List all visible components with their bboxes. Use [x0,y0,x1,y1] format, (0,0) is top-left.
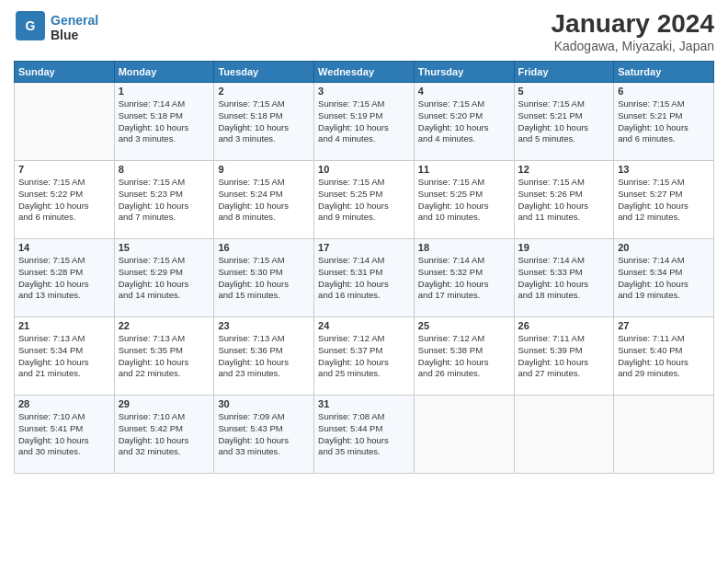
logo-blue: Blue [51,28,98,42]
calendar-cell [614,396,714,474]
location: Kadogawa, Miyazaki, Japan [552,39,714,53]
day-number: 3 [318,86,410,97]
day-number: 25 [418,320,510,331]
day-number: 5 [518,86,610,97]
day-number: 8 [119,164,210,175]
day-number: 13 [618,164,710,175]
day-number: 11 [418,164,510,175]
day-number: 1 [119,86,210,97]
day-number: 7 [18,164,110,175]
calendar-cell: 20Sunrise: 7:14 AMSunset: 5:34 PMDayligh… [614,239,714,317]
day-header-thursday: Thursday [414,62,514,83]
logo: G General Blue [14,9,98,46]
day-info: Sunrise: 7:15 AMSunset: 5:19 PMDaylight:… [318,98,410,145]
calendar-cell: 6Sunrise: 7:15 AMSunset: 5:21 PMDaylight… [614,83,714,161]
calendar-cell [414,396,514,474]
day-number: 15 [119,242,210,253]
day-header-tuesday: Tuesday [214,62,314,83]
day-number: 22 [119,320,210,331]
day-info: Sunrise: 7:15 AMSunset: 5:22 PMDaylight:… [18,177,110,224]
day-header-saturday: Saturday [614,62,714,83]
calendar-cell: 5Sunrise: 7:15 AMSunset: 5:21 PMDaylight… [514,83,614,161]
calendar-week-1: 1Sunrise: 7:14 AMSunset: 5:18 PMDaylight… [15,83,714,161]
day-info: Sunrise: 7:15 AMSunset: 5:29 PMDaylight:… [119,255,210,302]
day-info: Sunrise: 7:11 AMSunset: 5:40 PMDaylight:… [618,333,710,380]
calendar-cell: 27Sunrise: 7:11 AMSunset: 5:40 PMDayligh… [614,317,714,396]
day-info: Sunrise: 7:15 AMSunset: 5:18 PMDaylight:… [218,98,310,145]
calendar-cell: 10Sunrise: 7:15 AMSunset: 5:25 PMDayligh… [314,161,415,239]
calendar-cell: 28Sunrise: 7:10 AMSunset: 5:41 PMDayligh… [15,396,115,474]
calendar-cell: 18Sunrise: 7:14 AMSunset: 5:32 PMDayligh… [414,239,514,317]
calendar-cell: 12Sunrise: 7:15 AMSunset: 5:26 PMDayligh… [514,161,614,239]
day-info: Sunrise: 7:15 AMSunset: 5:21 PMDaylight:… [618,98,710,145]
day-number: 4 [418,86,510,97]
calendar-cell: 19Sunrise: 7:14 AMSunset: 5:33 PMDayligh… [514,239,614,317]
calendar-cell: 1Sunrise: 7:14 AMSunset: 5:18 PMDaylight… [114,83,214,161]
day-info: Sunrise: 7:08 AMSunset: 5:44 PMDaylight:… [318,411,410,458]
day-header-friday: Friday [514,62,614,83]
calendar-cell: 16Sunrise: 7:15 AMSunset: 5:30 PMDayligh… [214,239,314,317]
day-number: 27 [618,320,710,331]
calendar-cell: 14Sunrise: 7:15 AMSunset: 5:28 PMDayligh… [15,239,115,317]
calendar-cell [15,83,115,161]
calendar-week-5: 28Sunrise: 7:10 AMSunset: 5:41 PMDayligh… [15,396,714,474]
day-number: 28 [18,398,110,409]
calendar-cell: 30Sunrise: 7:09 AMSunset: 5:43 PMDayligh… [214,396,314,474]
day-info: Sunrise: 7:15 AMSunset: 5:25 PMDaylight:… [418,177,510,224]
day-number: 30 [218,398,310,409]
month-title: January 2024 [552,9,714,39]
calendar-cell: 29Sunrise: 7:10 AMSunset: 5:42 PMDayligh… [114,396,214,474]
day-info: Sunrise: 7:10 AMSunset: 5:42 PMDaylight:… [119,411,210,458]
day-header-monday: Monday [114,62,214,83]
calendar-cell: 13Sunrise: 7:15 AMSunset: 5:27 PMDayligh… [614,161,714,239]
day-number: 2 [218,86,310,97]
day-number: 14 [18,242,110,253]
day-info: Sunrise: 7:14 AMSunset: 5:32 PMDaylight:… [418,255,510,302]
day-info: Sunrise: 7:13 AMSunset: 5:36 PMDaylight:… [218,333,310,380]
day-info: Sunrise: 7:15 AMSunset: 5:23 PMDaylight:… [119,177,210,224]
day-info: Sunrise: 7:09 AMSunset: 5:43 PMDaylight:… [218,411,310,458]
calendar-cell: 11Sunrise: 7:15 AMSunset: 5:25 PMDayligh… [414,161,514,239]
day-number: 12 [518,164,610,175]
day-info: Sunrise: 7:14 AMSunset: 5:31 PMDaylight:… [318,255,410,302]
day-number: 19 [518,242,610,253]
calendar-cell: 21Sunrise: 7:13 AMSunset: 5:34 PMDayligh… [15,317,115,396]
day-number: 6 [618,86,710,97]
day-number: 9 [218,164,310,175]
day-info: Sunrise: 7:12 AMSunset: 5:38 PMDaylight:… [418,333,510,380]
svg-text:G: G [26,18,36,33]
day-number: 17 [318,242,410,253]
day-number: 20 [618,242,710,253]
day-info: Sunrise: 7:13 AMSunset: 5:35 PMDaylight:… [119,333,210,380]
header: G General Blue January 2024 Kadogawa, Mi… [14,9,714,53]
title-block: January 2024 Kadogawa, Miyazaki, Japan [552,9,714,53]
day-number: 29 [119,398,210,409]
calendar-week-2: 7Sunrise: 7:15 AMSunset: 5:22 PMDaylight… [15,161,714,239]
calendar-cell: 4Sunrise: 7:15 AMSunset: 5:20 PMDaylight… [414,83,514,161]
calendar-cell: 9Sunrise: 7:15 AMSunset: 5:24 PMDaylight… [214,161,314,239]
day-number: 31 [318,398,410,409]
day-number: 26 [518,320,610,331]
logo-general: General [51,13,98,28]
calendar-cell: 3Sunrise: 7:15 AMSunset: 5:19 PMDaylight… [314,83,415,161]
day-info: Sunrise: 7:15 AMSunset: 5:26 PMDaylight:… [518,177,610,224]
calendar-week-4: 21Sunrise: 7:13 AMSunset: 5:34 PMDayligh… [15,317,714,396]
day-info: Sunrise: 7:13 AMSunset: 5:34 PMDaylight:… [18,333,110,380]
day-info: Sunrise: 7:15 AMSunset: 5:25 PMDaylight:… [318,177,410,224]
day-info: Sunrise: 7:10 AMSunset: 5:41 PMDaylight:… [18,411,110,458]
day-info: Sunrise: 7:15 AMSunset: 5:28 PMDaylight:… [18,255,110,302]
day-number: 23 [218,320,310,331]
calendar-cell: 17Sunrise: 7:14 AMSunset: 5:31 PMDayligh… [314,239,415,317]
calendar-cell: 24Sunrise: 7:12 AMSunset: 5:37 PMDayligh… [314,317,415,396]
day-info: Sunrise: 7:15 AMSunset: 5:30 PMDaylight:… [218,255,310,302]
day-number: 16 [218,242,310,253]
calendar-cell: 26Sunrise: 7:11 AMSunset: 5:39 PMDayligh… [514,317,614,396]
page-container: G General Blue January 2024 Kadogawa, Mi… [0,0,728,483]
day-header-sunday: Sunday [15,62,115,83]
calendar-cell: 8Sunrise: 7:15 AMSunset: 5:23 PMDaylight… [114,161,214,239]
calendar-cell [514,396,614,474]
day-info: Sunrise: 7:14 AMSunset: 5:18 PMDaylight:… [119,98,210,145]
calendar-week-3: 14Sunrise: 7:15 AMSunset: 5:28 PMDayligh… [15,239,714,317]
calendar-table: SundayMondayTuesdayWednesdayThursdayFrid… [14,61,714,474]
calendar-cell: 2Sunrise: 7:15 AMSunset: 5:18 PMDaylight… [214,83,314,161]
